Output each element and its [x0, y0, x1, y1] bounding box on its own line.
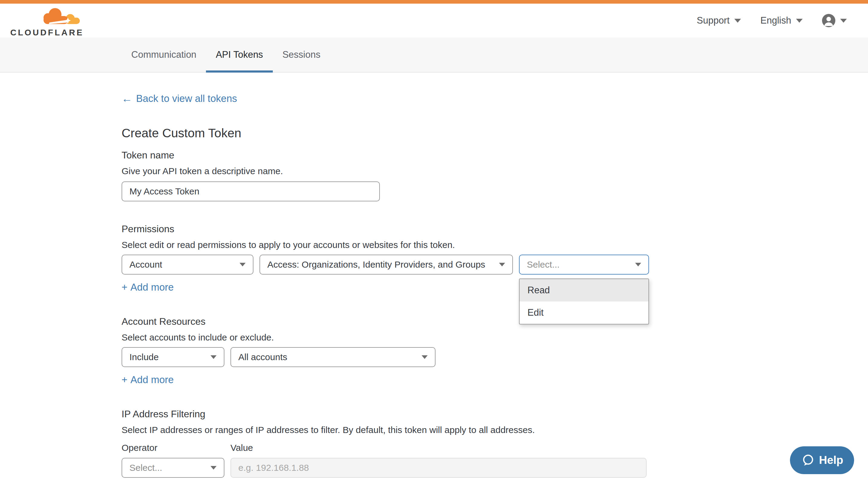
chevron-down-icon — [211, 466, 217, 470]
user-menu[interactable] — [822, 14, 847, 27]
ip-filtering-description: Select IP addresses or ranges of IP addr… — [122, 424, 868, 436]
chevron-down-icon — [211, 355, 217, 359]
chevron-down-icon — [840, 19, 847, 23]
app-header: CLOUDFLARE Support English — [0, 4, 868, 37]
add-more-resources-link[interactable]: + Add more — [122, 373, 174, 386]
permission-access-select-wrap: Select... Read Edit — [519, 255, 649, 275]
permissions-description: Select edit or read permissions to apply… — [122, 239, 868, 251]
add-more-resources-label: Add more — [130, 373, 174, 386]
ip-field-labels: Operator Value — [122, 442, 868, 454]
tab-sessions-label: Sessions — [282, 49, 320, 60]
tab-communication-label: Communication — [131, 49, 196, 60]
permission-access-menu: Read Edit — [519, 279, 649, 324]
menu-option-edit[interactable]: Edit — [520, 301, 648, 324]
account-resources-row: Include All accounts — [122, 347, 868, 367]
cloudflare-logo[interactable]: CLOUDFLARE — [10, 7, 81, 37]
permission-access-select[interactable]: Select... — [519, 255, 649, 275]
permission-category-value: Account — [129, 259, 162, 270]
permissions-heading: Permissions — [122, 223, 868, 235]
menu-option-read[interactable]: Read — [520, 279, 648, 301]
page-title: Create Custom Token — [122, 125, 868, 141]
active-tab-underline — [206, 70, 273, 72]
tab-sessions[interactable]: Sessions — [273, 37, 330, 72]
ip-value-input[interactable] — [230, 458, 647, 478]
add-more-permissions-label: Add more — [130, 281, 174, 294]
language-label: English — [760, 15, 791, 26]
chat-bubble-icon — [801, 453, 815, 467]
chevron-down-icon — [734, 19, 741, 23]
account-resources-heading: Account Resources — [122, 315, 868, 328]
tab-api-tokens-label: API Tokens — [216, 49, 263, 60]
tab-api-tokens[interactable]: API Tokens — [206, 37, 273, 72]
chevron-down-icon — [240, 263, 246, 266]
user-avatar-icon — [822, 14, 835, 27]
ip-operator-select[interactable]: Select... — [122, 458, 224, 478]
top-accent-bar — [0, 0, 868, 4]
back-link-label: Back to view all tokens — [136, 92, 237, 105]
add-more-permissions-link[interactable]: + Add more — [122, 281, 174, 294]
cloudflare-cloud-icon — [38, 7, 81, 27]
permissions-row: Account Access: Organizations, Identity … — [122, 255, 868, 275]
resource-scope-value: All accounts — [238, 352, 287, 362]
help-label: Help — [819, 454, 843, 467]
operator-label: Operator — [122, 442, 230, 454]
support-label: Support — [697, 15, 730, 26]
chevron-down-icon — [499, 263, 505, 266]
brand-name: CLOUDFLARE — [10, 28, 81, 37]
token-name-description: Give your API token a descriptive name. — [122, 165, 868, 177]
ip-filtering-row: Select... — [122, 458, 868, 478]
permission-access-placeholder: Select... — [527, 259, 559, 270]
chevron-down-icon — [796, 19, 803, 23]
resource-mode-select[interactable]: Include — [122, 347, 224, 367]
tab-bar: Communication API Tokens Sessions — [0, 37, 868, 72]
language-menu[interactable]: English — [760, 15, 803, 26]
chevron-down-icon — [422, 355, 428, 359]
token-name-input[interactable] — [122, 182, 380, 201]
main-content: ← Back to view all tokens Create Custom … — [0, 72, 868, 478]
token-name-heading: Token name — [122, 149, 868, 161]
back-arrow-icon: ← — [122, 92, 132, 105]
permission-resource-select[interactable]: Access: Organizations, Identity Provider… — [259, 255, 513, 275]
chevron-down-icon — [635, 263, 641, 266]
resource-mode-value: Include — [129, 352, 159, 362]
ip-filtering-heading: IP Address Filtering — [122, 408, 868, 420]
header-nav: Support English — [697, 4, 847, 37]
value-label: Value — [230, 442, 253, 454]
support-menu[interactable]: Support — [697, 15, 741, 26]
plus-icon: + — [122, 373, 127, 386]
help-button[interactable]: Help — [790, 446, 854, 474]
back-link[interactable]: ← Back to view all tokens — [122, 92, 237, 105]
account-resources-description: Select accounts to include or exclude. — [122, 331, 868, 344]
resource-scope-select[interactable]: All accounts — [230, 347, 435, 367]
permission-category-select[interactable]: Account — [122, 255, 253, 275]
tab-communication[interactable]: Communication — [122, 37, 206, 72]
ip-operator-placeholder: Select... — [129, 463, 162, 473]
plus-icon: + — [122, 281, 127, 294]
permission-resource-value: Access: Organizations, Identity Provider… — [267, 259, 485, 270]
